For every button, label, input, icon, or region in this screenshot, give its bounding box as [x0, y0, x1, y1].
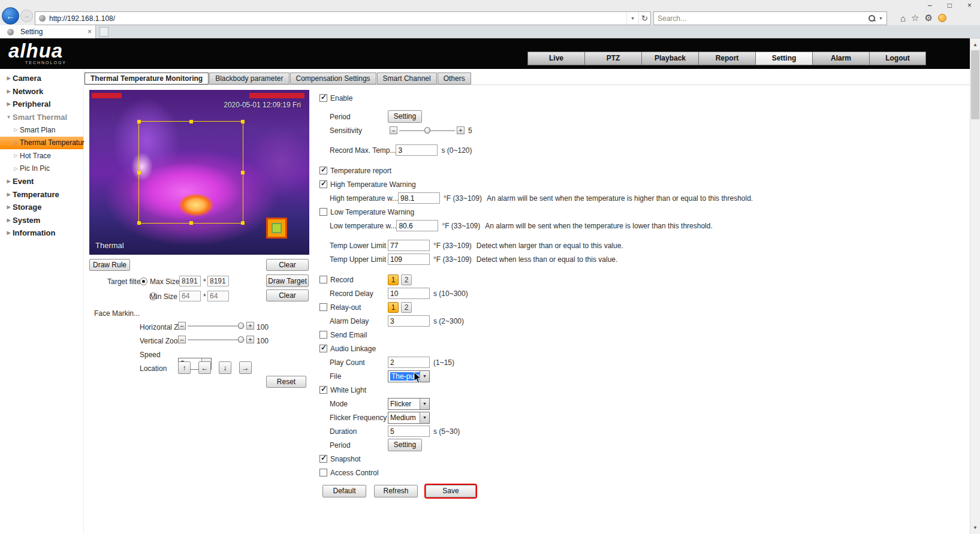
sidebar-item-pic-in-pic[interactable]: ▷Pic In Pic	[0, 162, 83, 176]
min-height-input[interactable]	[207, 291, 229, 301]
vertical-scrollbar[interactable]: ▲ ▼	[970, 38, 980, 534]
search-icon[interactable]	[868, 14, 876, 22]
rule-handle[interactable]	[137, 221, 141, 225]
min-width-input[interactable]	[179, 291, 201, 301]
white-light-checkbox[interactable]	[319, 386, 327, 394]
record-channel-1[interactable]: 1	[388, 274, 399, 285]
nav-logout[interactable]: Logout	[869, 52, 926, 65]
slider-thumb[interactable]	[238, 336, 244, 343]
sidebar-item-peripheral[interactable]: ▶Peripheral	[0, 98, 83, 111]
sidebar-item-event[interactable]: ▶Event	[0, 175, 83, 188]
temperature-report-checkbox[interactable]	[319, 167, 327, 174]
refresh-icon[interactable]: ↻	[638, 12, 650, 25]
nav-report[interactable]: Report	[698, 52, 755, 65]
rule-handle[interactable]	[241, 221, 245, 225]
relay-out-checkbox[interactable]	[319, 303, 327, 311]
sidebar-item-system[interactable]: ▶System	[0, 214, 83, 227]
back-button[interactable]: ←	[2, 7, 19, 25]
close-button[interactable]: ×	[967, 1, 972, 10]
plus-icon[interactable]: +	[457, 126, 465, 134]
scrollbar-thumb[interactable]	[971, 50, 979, 119]
new-tab-button[interactable]	[99, 27, 108, 37]
white-light-period-setting-button[interactable]: Setting	[388, 439, 422, 451]
flicker-frequency-select[interactable]: Medium ▼	[388, 412, 430, 424]
sidebar-item-information[interactable]: ▶Information	[0, 227, 83, 240]
record-channel-2[interactable]: 2	[401, 274, 412, 285]
rule-handle[interactable]	[241, 171, 245, 174]
favorites-star-icon[interactable]: ☆	[911, 13, 919, 23]
feedback-icon[interactable]	[938, 14, 946, 22]
send-email-checkbox[interactable]	[319, 331, 327, 339]
minus-icon[interactable]: –	[178, 322, 186, 330]
period-setting-button[interactable]: Setting	[388, 110, 422, 123]
browser-tab-setting[interactable]: Setting ×	[0, 25, 96, 38]
location-up-button[interactable]: ↑	[178, 361, 191, 374]
low-temp-input[interactable]	[396, 220, 438, 231]
horizontal-zoom-slider[interactable]: – +	[178, 322, 254, 330]
high-temp-warning-checkbox[interactable]	[319, 180, 327, 188]
nav-live[interactable]: Live	[527, 52, 584, 65]
relay-out-channel-1[interactable]: 1	[388, 302, 399, 313]
record-checkbox[interactable]	[319, 276, 327, 283]
draw-rule-button[interactable]: Draw Rule	[89, 259, 130, 271]
minus-icon[interactable]: –	[390, 126, 397, 134]
location-down-button[interactable]: ↓	[219, 361, 231, 374]
nav-alarm[interactable]: Alarm	[812, 52, 869, 65]
tab-thermal-temperature-monitoring[interactable]: Thermal Temperature Monitoring	[85, 73, 209, 85]
plus-icon[interactable]: +	[246, 322, 254, 330]
record-delay-input[interactable]	[388, 288, 430, 299]
nav-ptz[interactable]: PTZ	[584, 52, 641, 65]
location-left-button[interactable]: ←	[198, 361, 211, 374]
tab-blackbody-parameter[interactable]: Blackbody parameter	[209, 73, 289, 85]
mode-select[interactable]: Flicker ▼	[388, 398, 430, 410]
detection-rule-rectangle[interactable]	[138, 121, 243, 224]
alarm-delay-input[interactable]	[388, 315, 430, 327]
nav-playback[interactable]: Playback	[641, 52, 698, 65]
draw-target-button[interactable]: Draw Target	[266, 274, 309, 287]
sidebar-item-network[interactable]: ▶Network	[0, 85, 83, 98]
location-right-button[interactable]: →	[239, 361, 252, 374]
reset-button[interactable]: Reset	[266, 376, 306, 388]
address-bar[interactable]: http://192.168.1.108/ ▼ ↻	[35, 11, 651, 25]
sidebar-item-camera[interactable]: ▶Camera	[0, 72, 83, 85]
snapshot-checkbox[interactable]	[319, 455, 327, 463]
sidebar-item-temperature[interactable]: ▶Temperature	[0, 188, 83, 201]
tab-compensation-settings[interactable]: Compensation Settings	[290, 73, 376, 85]
max-height-input[interactable]	[207, 276, 229, 286]
rule-handle[interactable]	[189, 221, 193, 225]
tab-close-icon[interactable]: ×	[88, 28, 92, 36]
tab-others[interactable]: Others	[438, 73, 471, 85]
url-text[interactable]: http://192.168.1.108/	[49, 14, 626, 23]
access-control-checkbox[interactable]	[319, 469, 327, 476]
sidebar-item-smart-plan[interactable]: ▷Smart Plan	[0, 123, 83, 137]
thermal-video-preview[interactable]: 2020-05-01 12:09:19 Fri Therm	[89, 90, 309, 255]
settings-gear-icon[interactable]: ⚙	[925, 13, 933, 23]
scroll-up-icon[interactable]: ▲	[970, 40, 980, 50]
rule-handle[interactable]	[241, 120, 245, 123]
vertical-zoom-slider[interactable]: – +	[178, 336, 254, 343]
max-width-input[interactable]	[179, 276, 201, 286]
rule-handle[interactable]	[137, 171, 141, 174]
rule-handle[interactable]	[189, 120, 193, 123]
minimize-button[interactable]: –	[928, 1, 932, 10]
forward-button[interactable]: →	[20, 10, 33, 22]
clear-target-button[interactable]: Clear	[266, 289, 309, 301]
sidebar-item-thermal-temperature[interactable]: ▷Thermal Temperature...	[0, 137, 83, 150]
search-dropdown-icon[interactable]: ▼	[878, 16, 886, 20]
sensitivity-slider[interactable]	[399, 126, 455, 134]
default-button[interactable]: Default	[322, 485, 366, 497]
scroll-down-icon[interactable]: ▼	[970, 523, 980, 533]
sidebar-item-smart-thermal[interactable]: ▼Smart Thermal	[0, 111, 83, 124]
audio-linkage-checkbox[interactable]	[319, 345, 327, 352]
high-temp-input[interactable]	[398, 192, 440, 204]
low-temp-warning-checkbox[interactable]	[319, 208, 327, 216]
relay-out-channel-2[interactable]: 2	[401, 302, 412, 313]
tab-smart-channel[interactable]: Smart Channel	[377, 73, 437, 85]
record-max-temp-input[interactable]	[396, 144, 438, 156]
rule-handle[interactable]	[137, 120, 141, 123]
plus-icon[interactable]: +	[246, 336, 254, 343]
sidebar-item-storage[interactable]: ▶Storage	[0, 201, 83, 214]
maximize-button[interactable]: □	[948, 1, 952, 10]
home-icon[interactable]: ⌂	[900, 13, 906, 23]
duration-input[interactable]	[388, 426, 430, 437]
